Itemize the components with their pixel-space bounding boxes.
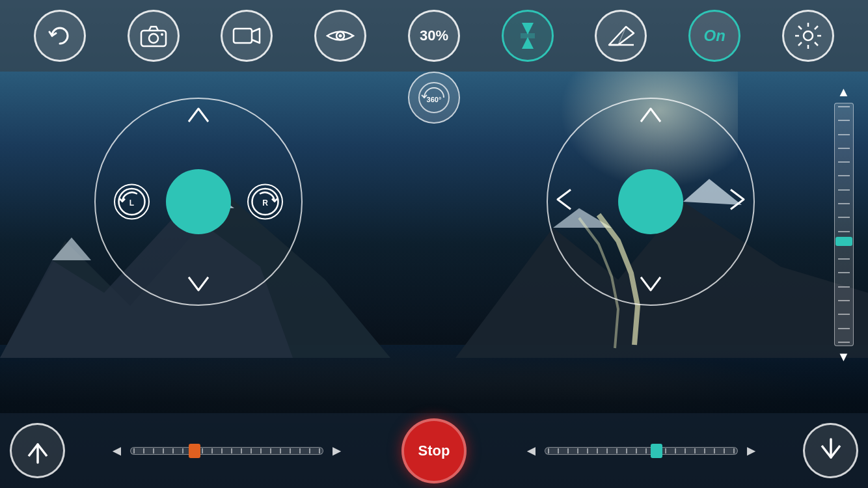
on-button[interactable]: On [688,10,740,62]
right-joystick[interactable] [547,98,755,306]
percent-value: 30% [420,27,448,44]
left-up-arrow[interactable] [185,105,211,129]
left-slider-track[interactable] [130,447,323,455]
vertical-slider-up[interactable]: ▲ [837,85,850,100]
svg-line-21 [798,26,802,29]
left-slider-thumb[interactable] [189,444,200,458]
svg-text:L: L [129,198,134,208]
bottom-bar: ◄ ► Stop ◄ [0,413,868,488]
right-slider-ticks [545,448,737,454]
right-down-arrow[interactable] [638,274,664,298]
svg-point-12 [339,34,342,38]
vertical-slider-ticks [835,103,853,346]
left-joystick-dot[interactable] [166,169,231,234]
svg-rect-7 [141,31,166,46]
right-up-arrow[interactable] [638,105,664,129]
btn-360[interactable]: 360° [408,72,460,124]
svg-marker-13 [522,23,534,34]
left-slider-ticks [131,448,322,454]
svg-marker-14 [522,37,534,49]
vertical-slider-down[interactable]: ▼ [837,349,850,364]
on-label: On [704,27,726,45]
svg-rect-10 [234,29,252,43]
right-left-arrow[interactable] [554,187,574,217]
left-slider-container: ◄ ► [110,442,344,459]
right-slider-left-arrow[interactable]: ◄ [524,442,539,459]
timer-button[interactable] [502,10,554,62]
left-down-arrow[interactable] [185,274,211,298]
vertical-slider-thumb[interactable] [835,237,852,246]
svg-text:R: R [262,198,268,208]
settings-button[interactable] [782,10,834,62]
vertical-slider: ▲ ▼ [832,85,855,364]
video-button[interactable] [221,10,273,62]
svg-point-16 [804,31,813,40]
stop-label: Stop [418,442,450,459]
left-slider-left-arrow[interactable]: ◄ [110,442,124,459]
right-slider-track[interactable] [545,447,737,455]
right-slider-thumb[interactable] [651,444,662,458]
down-circle-button[interactable] [803,423,858,478]
svg-line-22 [815,42,818,46]
undo-button[interactable] [34,10,86,62]
right-slider-right-arrow[interactable]: ► [744,442,759,459]
left-joystick[interactable]: L R [94,98,303,306]
vertical-slider-track[interactable] [834,103,854,346]
svg-rect-15 [521,33,535,38]
svg-point-9 [161,33,163,36]
camera-button[interactable] [128,10,180,62]
left-slider-right-arrow[interactable]: ► [330,442,344,459]
stop-button[interactable]: Stop [401,418,467,483]
right-joystick-container [547,98,755,306]
rotate-left-button[interactable]: L [114,184,150,220]
toolbar: 30% On [0,0,868,72]
svg-line-24 [798,42,802,46]
svg-text:360°: 360° [427,96,442,103]
svg-point-8 [149,34,158,43]
percent-button[interactable]: 30% [408,10,460,62]
erase-button[interactable] [595,10,647,62]
right-joystick-dot[interactable] [618,169,683,234]
eye-button[interactable] [314,10,366,62]
right-right-arrow[interactable] [727,187,747,217]
left-joystick-container: L R [94,98,303,306]
rotate-right-button[interactable]: R [247,184,283,220]
right-slider-container: ◄ ► [524,442,759,459]
svg-marker-2 [52,237,91,260]
up-circle-button[interactable] [10,423,65,478]
svg-line-23 [815,26,818,29]
